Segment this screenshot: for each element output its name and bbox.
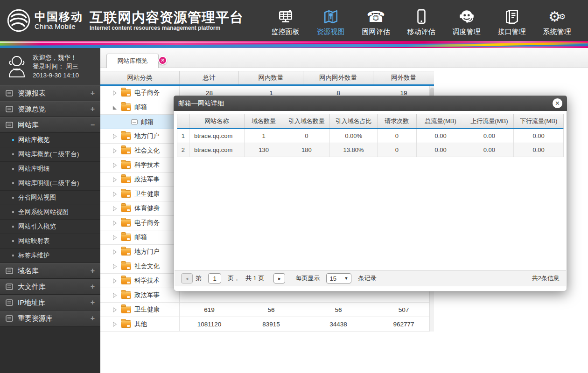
table-row[interactable]: 其他10811208391534438962777 (100, 317, 434, 332)
tree-expand-icon[interactable] (112, 191, 118, 197)
category-cell: 邮箱 (100, 115, 180, 129)
tree-expand-icon[interactable] (112, 220, 118, 226)
tab-close-icon[interactable]: ✕ (158, 56, 167, 65)
sidebar-group-网站库[interactable]: 网站库− (0, 117, 100, 133)
tree-expand-icon[interactable] (112, 162, 118, 168)
tree-expand-icon[interactable] (112, 278, 118, 284)
expand-icon[interactable]: + (91, 267, 95, 275)
tree-expand-icon[interactable] (112, 307, 118, 313)
tree-expand-icon[interactable] (112, 235, 118, 241)
sidebar-group-域名库[interactable]: 域名库+ (0, 263, 100, 279)
column-header: 网外数量 (373, 71, 434, 84)
category-cell: 地方门户 (100, 129, 180, 143)
page-number-input[interactable] (208, 273, 221, 283)
per-page-select[interactable]: 15 ▼ (326, 273, 351, 283)
nav-item-mobile[interactable]: 移动评估 (399, 5, 444, 36)
expand-icon[interactable]: + (91, 298, 95, 307)
modal-value-cell: 0.00 (465, 129, 514, 143)
bullet-icon (12, 168, 14, 170)
modal-titlebar[interactable]: 邮箱—网站详细 ✕ (174, 96, 567, 111)
nav-item-document[interactable]: 接口管理 (489, 5, 534, 36)
category-cell: 政法军事 (100, 288, 180, 302)
modal-value-cell: 0 (283, 129, 330, 143)
next-page-button[interactable]: ▸ (273, 273, 285, 283)
sidebar-group-IP地址库[interactable]: IP地址库+ (0, 295, 100, 311)
table-row[interactable]: 卫生健康6195656507 (100, 303, 434, 317)
column-header: 总计 (180, 71, 239, 84)
collapse-icon[interactable]: − (91, 121, 95, 129)
modal-value-cell: 0.00 (417, 143, 465, 157)
modal-table-row[interactable]: 1btrace.qq.com100.00%00.000.000.00 (177, 129, 563, 143)
tree-expand-icon[interactable] (112, 177, 118, 183)
tree-expand-icon[interactable] (112, 263, 118, 269)
modal-value-cell: btrace.qq.com (189, 143, 245, 157)
sidebar-item-标签库维护[interactable]: 标签库维护 (0, 249, 100, 263)
modal-value-cell: 0.00 (417, 129, 465, 143)
expand-icon[interactable]: + (91, 283, 95, 291)
modal-table-row[interactable]: 2btrace.qq.com13018013.80%00.000.000.00 (177, 143, 563, 157)
menu-group-label: 域名库 (18, 267, 91, 276)
modal-value-cell: 1 (245, 129, 284, 143)
menu-group-icon (6, 315, 13, 322)
sidebar-group-资源总览[interactable]: 资源总览+ (0, 101, 100, 117)
sidebar-item-分省网站视图[interactable]: 分省网站视图 (0, 191, 100, 205)
tree-collapse-icon[interactable] (112, 104, 118, 111)
row-number-cell: 1 (177, 129, 189, 143)
sidebar-group-重要资源库[interactable]: 重要资源库+ (0, 311, 100, 326)
sidebar-item-label: 网站库明细(二级平台) (18, 179, 79, 187)
sidebar-item-网站库概览[interactable]: 网站库概览 (0, 133, 100, 147)
bullet-icon (12, 255, 14, 256)
nav-item-headset[interactable]: 调度管理 (444, 5, 489, 36)
sidebar-item-网站映射表[interactable]: 网站映射表 (0, 234, 100, 249)
sidebar-item-网站引入概览[interactable]: 网站引入概览 (0, 220, 100, 234)
sidebar-group-大文件库[interactable]: 大文件库+ (0, 279, 100, 295)
sidebar-item-label: 网站引入概览 (18, 222, 56, 231)
value-cell: 56 (239, 303, 303, 317)
tree-expand-icon[interactable] (112, 292, 118, 298)
tab-website-overview[interactable]: 网站库概览 ✕ (106, 54, 159, 68)
modal-table-header: 网站名称域名数量引入域名数量引入域名占比请求次数总流量(MB)上行流量(MB)下… (177, 114, 564, 129)
nav-item-gears[interactable]: ⚙⚙系统管理 (534, 5, 580, 36)
category-cell: 科学技术 (100, 158, 180, 172)
nav-item-telephone[interactable]: ☎固网评估 (353, 5, 399, 36)
sidebar-item-全网系统网站视图[interactable]: 全网系统网站视图 (0, 205, 100, 220)
tree-expand-icon[interactable] (112, 206, 118, 212)
user-welcome: 欢迎您，魏华！ (33, 53, 79, 62)
nav-item-map[interactable]: 资源视图 (308, 5, 353, 36)
brand-name-cn: 中国移动 (35, 11, 83, 23)
sidebar-item-网站库明细[interactable]: 网站库明细 (0, 162, 100, 176)
menu-group-label: 重要资源库 (18, 314, 91, 323)
tree-expand-icon[interactable] (112, 249, 118, 255)
sidebar-item-网站库概览(二级平台)[interactable]: 网站库概览(二级平台) (0, 147, 100, 162)
tree-expand-icon[interactable] (112, 321, 118, 327)
user-info: 欢迎您，魏华！ 登录时间： 周三 2013-9-30 14:10 (33, 53, 79, 80)
file-icon (131, 119, 138, 124)
expand-icon[interactable]: + (91, 105, 95, 113)
sidebar-group-资源报表[interactable]: 资源报表+ (0, 85, 100, 101)
china-mobile-logo-icon (7, 8, 31, 33)
value-cell: 619 (180, 303, 239, 317)
nav-item-dashboard[interactable]: 监控面板 (263, 5, 308, 36)
expand-icon[interactable]: + (91, 89, 95, 97)
pagination-bar: ◂ 第 页， 共 1 页 ▸ 每页显示 15 ▼ 条记录 共2条信息 (175, 270, 566, 286)
row-number-cell: 2 (177, 143, 189, 157)
category-cell: 体育健身 (100, 201, 180, 215)
bullet-icon (12, 240, 14, 242)
category-cell: 邮箱 (100, 100, 180, 114)
tree-expand-icon[interactable] (112, 148, 118, 154)
category-label: 地方门户 (134, 248, 160, 256)
prev-page-button[interactable]: ◂ (181, 273, 193, 283)
top-nav: 监控面板资源视图☎固网评估移动评估调度管理接口管理⚙⚙系统管理 (263, 0, 580, 41)
tree-expand-icon[interactable] (112, 133, 118, 139)
menu-groups-top: 资源报表+资源总览+网站库− (0, 85, 100, 133)
expand-icon[interactable]: + (91, 314, 95, 323)
modal-bottom-pad (174, 286, 567, 291)
category-label: 政法军事 (134, 291, 160, 299)
category-cell: 社会文化 (100, 144, 180, 158)
modal-value-cell: 0.00 (465, 143, 514, 157)
per-page-label: 每页显示 (295, 274, 320, 283)
modal-column-header: 总流量(MB) (417, 114, 465, 128)
tree-expand-icon[interactable] (112, 90, 118, 96)
sidebar-item-网站库明细(二级平台)[interactable]: 网站库明细(二级平台) (0, 176, 100, 191)
modal-close-icon[interactable]: ✕ (553, 98, 562, 108)
